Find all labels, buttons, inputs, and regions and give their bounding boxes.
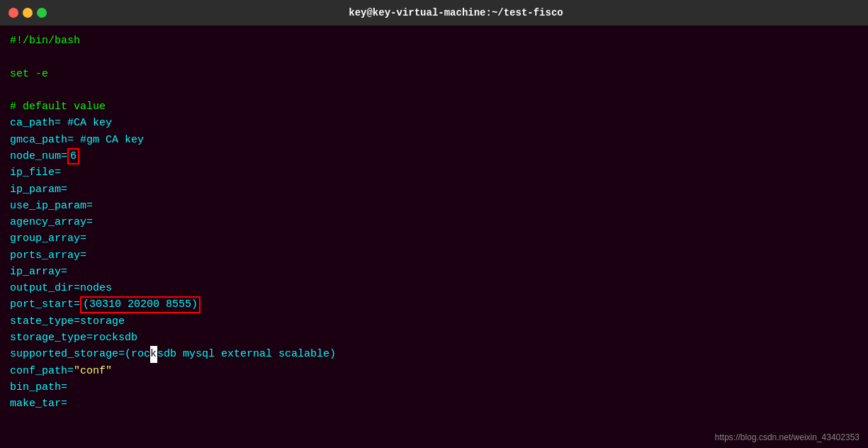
line-conf-path: conf_path="conf" [10, 363, 858, 379]
maximize-button[interactable] [37, 8, 47, 18]
watermark: https://blog.csdn.net/weixin_43402353 [715, 432, 859, 442]
traffic-lights [9, 8, 47, 18]
titlebar: key@key-virtual-machine:~/test-fisco [0, 0, 868, 26]
close-button[interactable] [9, 8, 18, 18]
minimize-button[interactable] [23, 8, 33, 18]
line-group-array: group_array= [10, 230, 858, 247]
line-set-e: set -e [10, 66, 858, 82]
line-output-dir: output_dir=nodes [10, 280, 858, 296]
line-ports-array: ports_array= [10, 247, 858, 264]
line-blank2 [10, 82, 858, 99]
line-gmca-path: gmca_path= #gm CA key [10, 132, 858, 148]
line-make-tar: make_tar= [10, 396, 858, 412]
port-start-highlight: (30310 20200 8555) [80, 296, 201, 313]
line-comment: # default value [10, 99, 858, 115]
conf-path-value: "conf" [74, 365, 112, 377]
line-ip-file: ip_file= [10, 164, 858, 181]
line-agency-array: agency_array= [10, 214, 858, 230]
line-bin-path: bin_path= [10, 379, 858, 396]
line-blank1 [10, 49, 858, 65]
line-use-ip-param: use_ip_param= [10, 198, 858, 214]
terminal-window: key@key-virtual-machine:~/test-fisco #!/… [0, 0, 868, 448]
line-port-start: port_start=(30310 20200 8555) [10, 296, 858, 313]
line-ip-param: ip_param= [10, 181, 858, 198]
line-ip-array: ip_array= [10, 264, 858, 280]
window-title: key@key-virtual-machine:~/test-fisco [52, 7, 859, 18]
line-node-num: node_num=6 [10, 148, 858, 165]
cursor: k [150, 346, 157, 362]
line-ca-path: ca_path= #CA key [10, 115, 858, 131]
node-num-highlight: 6 [67, 148, 79, 165]
line-storage-type: storage_type=rocksdb [10, 330, 858, 346]
line-state-type: state_type=storage [10, 313, 858, 330]
terminal-body[interactable]: #!/bin/bash set -e # default value ca_pa… [0, 26, 868, 448]
line-supported-storage: supported_storage=(rocksdb mysql externa… [10, 346, 858, 362]
line-shebang: #!/bin/bash [10, 33, 858, 49]
